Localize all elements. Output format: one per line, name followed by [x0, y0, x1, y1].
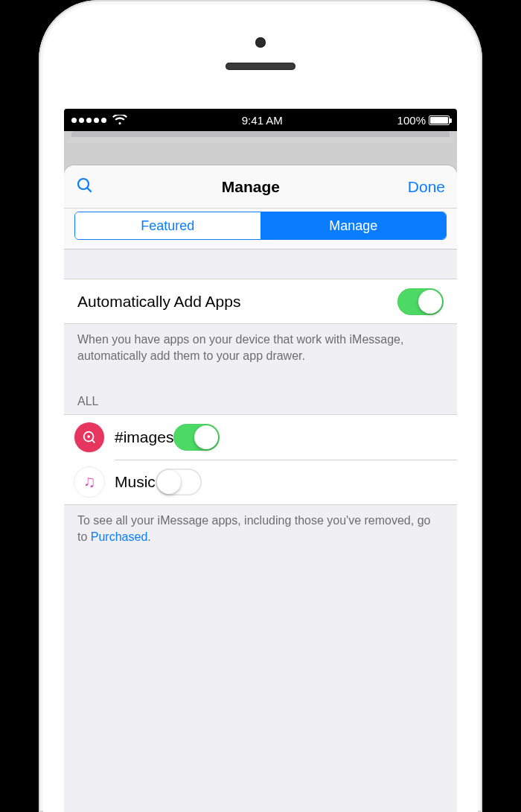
auto-add-apps-caption: When you have apps on your device that w… [64, 324, 457, 377]
purchased-footer: To see all your iMessage apps, including… [64, 505, 457, 558]
purchased-link[interactable]: Purchased [91, 530, 148, 543]
auto-add-apps-toggle[interactable] [397, 288, 444, 315]
svg-line-1 [87, 188, 91, 191]
section-spacer [64, 250, 457, 279]
done-button[interactable]: Done [408, 178, 445, 196]
auto-add-apps-row: Automatically Add Apps [64, 279, 457, 324]
battery-pct: 100% [397, 114, 426, 127]
apps-list: #images ♫ Music [64, 414, 457, 505]
phone-speaker [226, 63, 295, 70]
status-bar: 9:41 AM 100% [64, 109, 457, 131]
battery-icon [429, 115, 450, 125]
images-app-icon [74, 422, 104, 452]
app-name: Music [115, 473, 156, 491]
auto-add-apps-label: Automatically Add Apps [77, 293, 397, 311]
list-item: #images [64, 415, 457, 460]
modal-sheet: Manage Done Featured Manage Automaticall… [64, 165, 457, 812]
app-name: #images [115, 428, 173, 446]
status-time: 9:41 AM [242, 114, 283, 127]
nav-bar: Manage Done [64, 165, 457, 209]
list-item: ♫ Music [64, 460, 457, 504]
svg-line-3 [92, 440, 95, 443]
tab-manage[interactable]: Manage [260, 212, 447, 239]
tab-featured[interactable]: Featured [75, 212, 260, 239]
footer-suffix: . [147, 530, 150, 543]
nav-title: Manage [222, 178, 280, 196]
section-header-all: ALL [64, 377, 457, 414]
music-app-icon: ♫ [74, 467, 104, 497]
signal-dots-icon [71, 118, 106, 123]
segmented-control: Featured Manage [74, 212, 447, 240]
svg-point-4 [87, 435, 90, 438]
app-toggle-images[interactable] [173, 424, 220, 451]
sheet-backdrop: Manage Done Featured Manage Automaticall… [64, 131, 457, 812]
wifi-icon [112, 115, 127, 125]
search-icon[interactable] [76, 177, 94, 197]
phone-camera [255, 37, 266, 48]
app-toggle-music[interactable] [156, 469, 202, 495]
